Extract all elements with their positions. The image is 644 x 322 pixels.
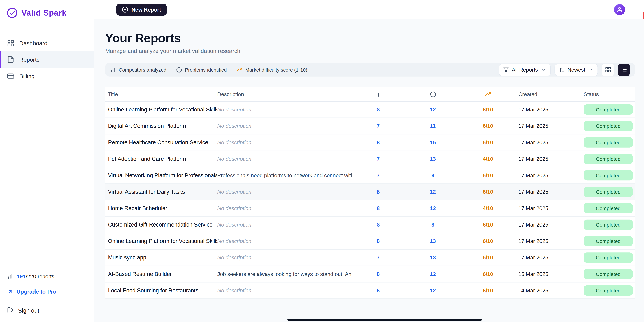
signout-section: Sign out <box>0 302 94 322</box>
column-header-description[interactable]: Description <box>217 91 352 97</box>
table-row[interactable]: Home Repair Scheduler No description 8 1… <box>105 200 635 217</box>
sidebar-item-reports[interactable]: Reports <box>0 52 94 68</box>
problems-count[interactable]: 11 <box>405 123 461 129</box>
difficulty-score[interactable]: 4/10 <box>461 205 515 211</box>
problems-count[interactable]: 12 <box>405 189 461 195</box>
grid-view-toggle[interactable] <box>602 64 614 76</box>
signout-label: Sign out <box>18 307 39 313</box>
page-title: Your Reports <box>105 31 635 45</box>
problems-count[interactable]: 8 <box>405 222 461 228</box>
competitors-count[interactable]: 8 <box>352 139 405 145</box>
competitors-count[interactable]: 7 <box>352 172 405 178</box>
sort-icon <box>559 67 564 73</box>
table-row[interactable]: Online Learning Platform for Vocational … <box>105 233 635 249</box>
problems-count[interactable]: 12 <box>405 107 461 113</box>
sidebar-item-billing[interactable]: Billing <box>0 68 94 84</box>
table-row[interactable]: Customized Gift Recommendation Service N… <box>105 217 635 233</box>
difficulty-score[interactable]: 6/10 <box>461 139 515 145</box>
status-cell: Completed <box>582 220 635 230</box>
table-row[interactable]: Virtual Networking Platform for Professi… <box>105 167 635 184</box>
competitors-count[interactable]: 8 <box>352 205 405 211</box>
problems-count[interactable]: 13 <box>405 254 461 260</box>
avatar[interactable] <box>614 4 625 15</box>
problems-count[interactable]: 13 <box>405 238 461 244</box>
difficulty-score[interactable]: 4/10 <box>461 156 515 162</box>
competitors-count[interactable]: 8 <box>352 271 405 277</box>
difficulty-score[interactable]: 6/10 <box>461 172 515 178</box>
legend-and-controls: Competitors analyzed Problems identified… <box>105 63 635 77</box>
problems-count[interactable]: 12 <box>405 287 461 293</box>
competitors-count[interactable]: 8 <box>352 238 405 244</box>
credit-card-icon <box>7 72 14 80</box>
filter-all-reports-dropdown[interactable]: All Reports <box>498 64 550 76</box>
legend-difficulty: Market difficulty score (1-10) <box>236 67 307 73</box>
table-row[interactable]: Music sync app No description 7 13 6/10 … <box>105 249 635 266</box>
table-header: Title Description Created Status <box>105 87 635 102</box>
report-title: Customized Gift Recommendation Service <box>105 222 217 228</box>
table-row[interactable]: Local Food Sourcing for Restaurants No d… <box>105 282 635 299</box>
scrollbar-thumb[interactable] <box>643 12 644 19</box>
table-row[interactable]: Online Learning Platform for Vocational … <box>105 102 635 118</box>
sign-out-button[interactable]: Sign out <box>7 307 86 314</box>
legend-competitors: Competitors analyzed <box>110 67 166 73</box>
grid-icon <box>7 40 14 47</box>
column-header-problems[interactable] <box>405 91 461 97</box>
difficulty-score[interactable]: 6/10 <box>461 238 515 244</box>
new-report-button[interactable]: New Report <box>116 4 167 16</box>
created-date: 15 Mar 2025 <box>515 271 582 277</box>
difficulty-score[interactable]: 6/10 <box>461 287 515 293</box>
problems-count[interactable]: 12 <box>405 205 461 211</box>
upgrade-to-pro-link[interactable]: Upgrade to Pro <box>0 287 94 296</box>
sidebar-footer: 191/220 reports Upgrade to Pro Sign out <box>0 272 94 322</box>
problems-count[interactable]: 13 <box>405 156 461 162</box>
logout-icon <box>7 307 14 314</box>
alert-circle-icon <box>430 91 436 97</box>
report-title: Music sync app <box>105 254 217 260</box>
competitors-count[interactable]: 8 <box>352 107 405 113</box>
table-row[interactable]: Remote Healthcare Consultation Service N… <box>105 134 635 151</box>
problems-count[interactable]: 12 <box>405 271 461 277</box>
table-row[interactable]: AI-Based Resume Builder Job seekers are … <box>105 266 635 282</box>
difficulty-score[interactable]: 6/10 <box>461 107 515 113</box>
difficulty-score[interactable]: 6/10 <box>461 123 515 129</box>
report-title: Remote Healthcare Consultation Service <box>105 139 217 145</box>
usage-total: /220 reports <box>26 273 54 279</box>
list-icon <box>621 67 627 73</box>
sidebar-item-dashboard[interactable]: Dashboard <box>0 35 94 51</box>
home-indicator <box>288 318 482 321</box>
created-date: 17 Mar 2025 <box>515 156 582 162</box>
bar-chart-icon <box>7 273 14 280</box>
difficulty-score[interactable]: 6/10 <box>461 254 515 260</box>
column-header-difficulty[interactable] <box>461 91 515 97</box>
column-header-competitors[interactable] <box>352 91 405 97</box>
problems-count[interactable]: 15 <box>405 139 461 145</box>
sort-newest-dropdown[interactable]: Newest <box>554 64 598 76</box>
competitors-count[interactable]: 8 <box>352 222 405 228</box>
competitors-count[interactable]: 6 <box>352 287 405 293</box>
trending-up-icon <box>485 91 491 97</box>
difficulty-score[interactable]: 6/10 <box>461 222 515 228</box>
status-badge: Completed <box>584 154 633 164</box>
difficulty-score[interactable]: 6/10 <box>461 189 515 195</box>
difficulty-score[interactable]: 6/10 <box>461 271 515 277</box>
status-badge: Completed <box>584 137 633 148</box>
competitors-count[interactable]: 7 <box>352 123 405 129</box>
table-row[interactable]: Digital Art Commission Platform No descr… <box>105 118 635 134</box>
list-view-toggle[interactable] <box>618 64 630 76</box>
report-description: No description <box>217 287 352 293</box>
created-date: 17 Mar 2025 <box>515 238 582 244</box>
competitors-count[interactable]: 8 <box>352 189 405 195</box>
status-badge: Completed <box>584 252 633 263</box>
column-header-created[interactable]: Created <box>515 91 582 97</box>
report-description: No description <box>217 222 352 228</box>
page-subtitle: Manage and analyze your market validatio… <box>105 48 635 54</box>
bar-chart-icon <box>375 91 381 97</box>
table-row[interactable]: Pet Adoption and Care Platform No descri… <box>105 151 635 167</box>
created-date: 17 Mar 2025 <box>515 254 582 260</box>
problems-count[interactable]: 9 <box>405 172 461 178</box>
competitors-count[interactable]: 7 <box>352 254 405 260</box>
column-header-status[interactable]: Status <box>582 91 635 97</box>
competitors-count[interactable]: 7 <box>352 156 405 162</box>
column-header-title[interactable]: Title <box>105 91 217 97</box>
table-row[interactable]: Virtual Assistant for Daily Tasks No des… <box>105 184 635 200</box>
